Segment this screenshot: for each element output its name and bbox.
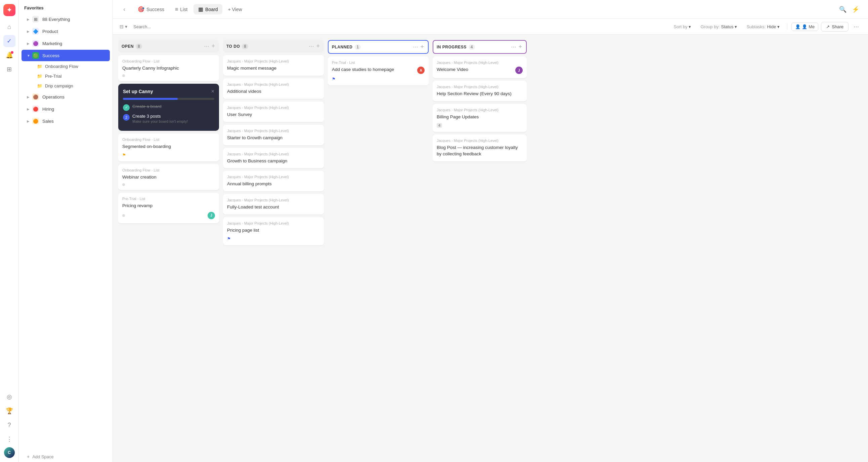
inprogress-cards: Jacques › Major Projects (High-Level) We… (433, 57, 527, 457)
card-avatar: J (515, 66, 523, 74)
col-title-todo: TO DO (226, 44, 240, 49)
subtasks-control[interactable]: Subtasks: Hide ▾ (743, 23, 783, 31)
sidebar-sub-label-onboarding: Onboarding Flow (45, 64, 78, 69)
card-breadcrumb: Jacques › Major Projects (High-Level) (227, 198, 320, 202)
trophy-icon[interactable]: 🏆 (3, 405, 16, 417)
sidebar-sub-label-pretrial: Pre-Trial (45, 74, 61, 79)
checklist-close-icon[interactable]: × (211, 88, 214, 94)
sidebar-item-product[interactable]: ▶ 🔷 Product (22, 26, 110, 37)
share-button[interactable]: ↗ Share (821, 22, 848, 32)
sidebar-item-marketing[interactable]: ▶ 🟣 Marketing (22, 38, 110, 49)
col-menu-inprogress[interactable]: ⋯ (509, 44, 518, 50)
card-inprogress-4[interactable]: Jacques › Major Projects (High-Level) Bl… (433, 135, 527, 162)
card-breadcrumb: Jacques › Major Projects (High-Level) (437, 60, 523, 64)
card-title: User Survey (227, 112, 320, 118)
card-title: Add case studies to homepage (332, 66, 414, 73)
expand-arrow-marketing: ▶ (27, 42, 31, 46)
sidebar-label-product: Product (42, 29, 58, 34)
sidebar-item-success[interactable]: ▼ 🟢 Success (22, 50, 110, 61)
app-logo[interactable]: ✦ (3, 4, 16, 16)
card-todo-1[interactable]: Jacques › Major Projects (High-Level) Ma… (223, 55, 324, 76)
card-inprogress-2[interactable]: Jacques › Major Projects (High-Level) He… (433, 81, 527, 101)
card-todo-2[interactable]: Jacques › Major Projects (High-Level) Ad… (223, 78, 324, 99)
grid-icon[interactable]: ⊞ (3, 63, 16, 75)
collapse-sidebar-button[interactable]: ‹ (120, 5, 129, 14)
expand-arrow-sales: ▶ (27, 119, 31, 123)
hiring-icon: 🔴 (32, 106, 39, 112)
card-breadcrumb: Pre-Trial › List (332, 60, 425, 64)
card-breadcrumb: Jacques › Major Projects (High-Level) (437, 108, 523, 112)
sidebar-item-hiring[interactable]: ▶ 🔴 Hiring (22, 103, 110, 115)
tab-board[interactable]: ▦ Board (193, 4, 222, 15)
sidebar-sub-onboarding[interactable]: 📁 Onboarding Flow (22, 62, 110, 71)
help-icon[interactable]: ? (3, 419, 16, 431)
col-menu-todo[interactable]: ⋯ (307, 43, 315, 50)
expand-arrow-everything: ▶ (27, 18, 31, 21)
sidebar-item-sales[interactable]: ▶ 🟠 Sales (22, 115, 110, 127)
search-nav-button[interactable]: 🔍 (837, 4, 848, 15)
user-avatar[interactable]: C (4, 447, 15, 458)
check-text-active: Create 3 posts (132, 114, 188, 119)
me-button[interactable]: 👤 👤 Me (792, 23, 818, 31)
card-todo-5[interactable]: Jacques › Major Projects (High-Level) Gr… (223, 148, 324, 169)
progress-bar-background (123, 98, 214, 100)
sidebar-label-sales: Sales (42, 119, 54, 124)
card-inprogress-3[interactable]: Jacques › Major Projects (High-Level) Bi… (433, 104, 527, 132)
card-open-1[interactable]: Onboarding Flow › List Quarterly Canny I… (118, 55, 219, 81)
sidebar-header: Favorites (19, 0, 113, 13)
filter-icon: ⊟ (120, 24, 124, 29)
more-rail-icon[interactable]: ⋮ (3, 433, 16, 445)
tasks-icon[interactable]: ✓ (3, 35, 16, 47)
col-add-todo[interactable]: + (315, 43, 320, 50)
card-planned-1[interactable]: Pre-Trial › List Add case studies to hom… (328, 57, 429, 85)
card-todo-3[interactable]: Jacques › Major Projects (High-Level) Us… (223, 102, 324, 122)
card-breadcrumb: Onboarding Flow › List (122, 59, 215, 63)
home-icon[interactable]: ⌂ (3, 21, 16, 33)
card-todo-4[interactable]: Jacques › Major Projects (High-Level) St… (223, 125, 324, 145)
card-breadcrumb: Onboarding Flow › List (122, 168, 215, 172)
add-view-button[interactable]: + View (224, 5, 246, 14)
tab-success[interactable]: 🎯 Success (133, 4, 169, 15)
sidebar-sub-drip[interactable]: 📁 Drip campaign (22, 81, 110, 90)
group-by-control[interactable]: Group by: Status ▾ (697, 23, 740, 31)
notifications-icon[interactable]: 🔔 (3, 49, 16, 61)
col-add-open[interactable]: + (211, 43, 216, 50)
card-open-4[interactable]: Onboarding Flow › List Webinar creation (118, 164, 219, 190)
column-planned: PLANNED 1 ⋯ + Pre-Trial › List Add case … (328, 40, 429, 457)
filter-button[interactable]: ⊟ ▾ (120, 24, 127, 29)
card-open-5[interactable]: Pre-Trial › List Pricing revamp J (118, 193, 219, 223)
more-options-button[interactable]: ⋯ (851, 22, 861, 32)
card-breadcrumb: Jacques › Major Projects (High-Level) (437, 139, 523, 143)
badge-count: 4 (437, 123, 442, 128)
open-cards: Onboarding Flow › List Quarterly Canny I… (118, 55, 219, 457)
card-breadcrumb: Jacques › Major Projects (High-Level) (227, 175, 320, 179)
sidebar-sub-pretrial[interactable]: 📁 Pre-Trial (22, 71, 110, 81)
success-tab-label: Success (147, 7, 164, 12)
subtasks-value: Hide (767, 24, 776, 29)
sidebar-item-operations[interactable]: ▶ 🟤 Operations (22, 91, 110, 103)
sort-by-control[interactable]: Sort by ▾ (670, 23, 694, 31)
sidebar-item-everything[interactable]: ▶ ⊞ 88 Everything (22, 13, 110, 25)
col-menu-planned[interactable]: ⋯ (411, 44, 420, 50)
col-menu-open[interactable]: ⋯ (203, 43, 211, 50)
card-todo-8[interactable]: Jacques › Major Projects (High-Level) Pr… (223, 217, 324, 245)
tab-list[interactable]: ≡ List (170, 4, 192, 15)
marketing-icon: 🟣 (32, 40, 39, 47)
add-space-button[interactable]: + Add Space (22, 452, 110, 462)
card-todo-6[interactable]: Jacques › Major Projects (High-Level) An… (223, 171, 324, 191)
success-tab-icon: 🎯 (138, 6, 145, 12)
col-add-inprogress[interactable]: + (518, 44, 523, 51)
search-input[interactable] (130, 23, 231, 31)
sidebar-label-everything: 88 Everything (42, 17, 70, 22)
card-checklist[interactable]: Set up Canny × ✓ Create a board 2 (118, 84, 219, 131)
lightning-button[interactable]: ⚡ (850, 4, 861, 15)
status-dot (122, 183, 125, 186)
group-by-label: Group by: (701, 24, 719, 29)
card-open-3[interactable]: Onboarding Flow › List Segmented on-boar… (118, 134, 219, 162)
card-todo-7[interactable]: Jacques › Major Projects (High-Level) Fu… (223, 194, 324, 214)
pulse-icon[interactable]: ◎ (3, 391, 16, 403)
card-inprogress-1[interactable]: Jacques › Major Projects (High-Level) We… (433, 57, 527, 78)
sort-by-label: Sort by (674, 24, 687, 29)
board-area: OPEN 8 ⋯ + Onboarding Flow › List Quarte… (113, 35, 868, 462)
col-add-planned[interactable]: + (420, 44, 425, 51)
